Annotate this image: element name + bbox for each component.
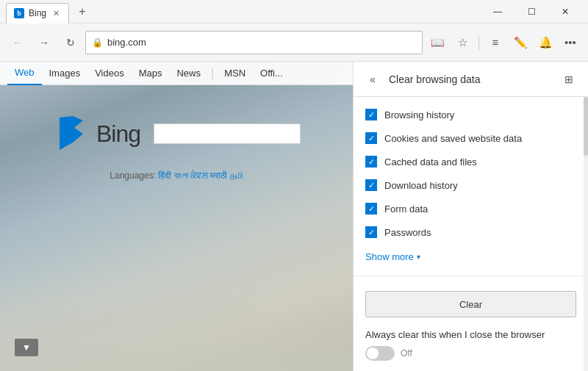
checkbox-icon-download: ✓ (365, 179, 377, 191)
clear-panel: « Clear browsing data ⊞ ✓ Browsing histo… (353, 62, 588, 371)
bing-nav-images[interactable]: Images (42, 62, 88, 85)
reading-list-icon[interactable]: 📖 (426, 31, 449, 54)
checkbox-icon-form: ✓ (365, 203, 377, 215)
checkbox-label-cached: Cached data and files (384, 156, 477, 168)
checkbox-label-browsing-history: Browsing history (384, 109, 454, 120)
bing-nav-videos[interactable]: Videos (87, 62, 132, 85)
titlebar: b Bing ✕ + — ☐ ✕ (0, 0, 588, 24)
tab-label: Bing (29, 8, 46, 18)
window-controls: — ☐ ✕ (481, 0, 582, 24)
bing-logo-area: Bing (52, 115, 301, 153)
address-bar[interactable]: 🔒 bing.com (85, 31, 423, 54)
new-tab-button[interactable]: + (72, 1, 93, 22)
bing-body: Bing Languages: हिंदी বাংলা ਕੇਵਲ मराठी த… (0, 85, 353, 181)
lock-icon: 🔒 (92, 37, 103, 48)
bing-nav-office[interactable]: Offi... (253, 62, 290, 85)
checkbox-label-passwords: Passwords (384, 227, 431, 238)
checkbox-label-download: Download history (384, 180, 458, 191)
checkbox-passwords[interactable]: ✓ Passwords (354, 220, 588, 244)
panel-scrollbar-thumb[interactable] (584, 97, 588, 156)
tab-close-button[interactable]: ✕ (51, 8, 61, 18)
checkbox-icon-browsing-history: ✓ (365, 109, 377, 120)
toggle-row: Off (365, 346, 576, 361)
panel-scrollbar-track (584, 97, 588, 371)
always-clear-row: Always clear this when I close the brows… (354, 326, 588, 370)
panel-pin-button[interactable]: ⊞ (559, 69, 579, 90)
bing-search-box[interactable] (154, 123, 301, 144)
checkbox-label-cookies: Cookies and saved website data (384, 133, 522, 144)
toggle-label: Off (401, 348, 412, 359)
panel-header: « Clear browsing data ⊞ (354, 62, 588, 97)
panel-divider (354, 275, 588, 276)
clear-button-row: Clear (354, 282, 588, 326)
bing-nav-sep: | (208, 67, 217, 80)
close-button[interactable]: ✕ (548, 0, 582, 24)
nav-right-buttons: 📖 ☆ ≡ ✏️ 🔔 ••• (426, 31, 582, 54)
clear-button[interactable]: Clear (365, 291, 576, 317)
tab-favicon: b (14, 8, 24, 18)
notes-icon[interactable]: ✏️ (509, 31, 532, 54)
panel-back-button[interactable]: « (362, 69, 383, 90)
refresh-button[interactable]: ↻ (59, 31, 82, 54)
back-button[interactable]: ← (6, 31, 29, 54)
bing-page: Web Images Videos Maps News | MSN Offi..… (0, 62, 353, 371)
checkbox-form-data[interactable]: ✓ Form data (354, 197, 588, 220)
minimize-button[interactable]: — (481, 0, 514, 24)
checkbox-cached-data[interactable]: ✓ Cached data and files (354, 150, 588, 173)
always-clear-text: Always clear this when I close the brows… (365, 329, 576, 340)
bing-nav-web[interactable]: Web (7, 62, 42, 85)
show-more-row[interactable]: Show more ▾ (354, 244, 588, 270)
fog-overlay (0, 283, 353, 371)
bing-nav-msn[interactable]: MSN (217, 62, 253, 85)
always-clear-toggle[interactable] (365, 346, 395, 361)
bing-b-icon (52, 115, 90, 153)
tab-bar: b Bing ✕ + (6, 0, 481, 23)
checkbox-cookies[interactable]: ✓ Cookies and saved website data (354, 126, 588, 150)
notifications-icon[interactable]: 🔔 (534, 31, 557, 54)
show-more-text: Show more (365, 251, 414, 262)
checkbox-icon-cached: ✓ (365, 156, 377, 168)
bing-nav: Web Images Videos Maps News | MSN Offi..… (0, 62, 353, 85)
checkbox-icon-cookies: ✓ (365, 132, 377, 144)
bing-nav-maps[interactable]: Maps (132, 62, 170, 85)
content-area: Web Images Videos Maps News | MSN Offi..… (0, 62, 588, 371)
checkbox-label-form: Form data (384, 203, 428, 215)
panel-body: ✓ Browsing history ✓ Cookies and saved w… (354, 97, 588, 371)
bing-nav-news[interactable]: News (169, 62, 208, 85)
bing-languages: Languages: हिंदी বাংলা ਕੇਵਲ मराठी தமி (110, 170, 243, 181)
checkbox-icon-passwords: ✓ (365, 226, 377, 238)
active-tab[interactable]: b Bing ✕ (6, 3, 69, 24)
maximize-button[interactable]: ☐ (514, 0, 548, 24)
more-button[interactable]: ••• (559, 31, 582, 54)
navbar: ← → ↻ 🔒 bing.com 📖 ☆ ≡ ✏️ 🔔 ••• (0, 24, 588, 62)
scroll-down-indicator[interactable]: ▼ (15, 339, 38, 356)
bing-logo-text: Bing (96, 120, 140, 148)
panel-title: Clear browsing data (389, 73, 553, 85)
show-more-chevron-icon: ▾ (417, 253, 420, 261)
hub-icon[interactable]: ≡ (484, 31, 507, 54)
checkbox-browsing-history[interactable]: ✓ Browsing history (354, 103, 588, 126)
favorites-icon[interactable]: ☆ (451, 31, 474, 54)
forward-button[interactable]: → (32, 31, 56, 54)
checkbox-download-history[interactable]: ✓ Download history (354, 173, 588, 197)
address-text: bing.com (107, 37, 146, 48)
separator (478, 35, 479, 50)
